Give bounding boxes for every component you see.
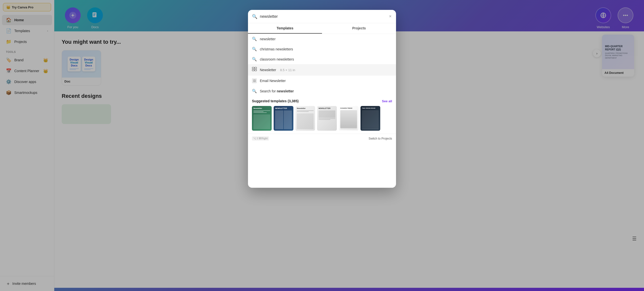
search-footer: ⌥⇧⌘Right Switch to Projects bbox=[248, 134, 396, 143]
thumb-label-6: THE CROSS ROAD bbox=[362, 107, 379, 109]
email-newsletter-icon: 🖼 bbox=[252, 78, 257, 83]
thumb-inner-1: Newsletter bbox=[252, 106, 272, 131]
thumb-line bbox=[254, 111, 264, 112]
suggestion-text-3: classroom newsletters bbox=[260, 57, 294, 61]
tab-templates[interactable]: Templates bbox=[248, 23, 322, 34]
suggestion-email-newsletter[interactable]: 🖼 Email Newsletter bbox=[248, 76, 396, 86]
template-thumb-2[interactable]: NEWSLETTER bbox=[274, 106, 294, 131]
template-thumb-4[interactable]: NEWSLETTER bbox=[317, 106, 337, 131]
thumb-lines-3 bbox=[297, 110, 314, 112]
suggested-title-text: Suggested templates bbox=[252, 99, 287, 103]
suggested-templates-title: Suggested templates (3,385) bbox=[252, 99, 298, 103]
search-box: 🔍 × Templates Projects 🔍 newsletter 🔍 ch… bbox=[248, 10, 396, 188]
thumb-inner-2: NEWSLETTER bbox=[274, 106, 294, 131]
search-clear-button[interactable]: × bbox=[388, 13, 392, 20]
suggestion-search-newsletter[interactable]: 🔍 Search for newsletter bbox=[248, 86, 396, 96]
suggestion-text-4: Newsletter bbox=[260, 68, 276, 72]
search-overlay: 🔍 × Templates Projects 🔍 newsletter 🔍 ch… bbox=[0, 0, 644, 291]
newsletter-grid-icon bbox=[252, 67, 257, 72]
img-icon: 🖼 bbox=[252, 78, 257, 83]
thumb-inner-3: Newsletter bbox=[295, 106, 315, 131]
shortcut-key: ⌥⇧⌘Right bbox=[252, 136, 269, 141]
search-header: 🔍 × bbox=[248, 10, 396, 23]
thumb-label-1: Newsletter bbox=[254, 107, 270, 109]
newsletter-type-icon bbox=[252, 67, 257, 73]
see-all-button[interactable]: See all bbox=[382, 99, 392, 103]
suggestion-christmas-newsletters[interactable]: 🔍 christmas newsletters bbox=[248, 44, 396, 54]
suggestion-text-1: newsletter bbox=[260, 37, 276, 41]
svg-rect-15 bbox=[255, 69, 256, 71]
thumb-label-2: NEWSLETTER bbox=[275, 107, 292, 109]
thumb-inner-4: NEWSLETTER bbox=[317, 106, 337, 131]
suggested-count-value: 3,385 bbox=[289, 99, 297, 103]
thumb-line-dark bbox=[297, 110, 314, 111]
search-input[interactable] bbox=[260, 14, 386, 19]
svg-rect-13 bbox=[255, 67, 256, 69]
keyboard-shortcut: ⌥⇧⌘Right bbox=[252, 136, 269, 141]
thumb-line-dark bbox=[297, 111, 309, 112]
template-thumbs: Newsletter NEWSLETTER bbox=[248, 105, 396, 134]
thumb-label-4: NEWSLETTER bbox=[318, 107, 335, 109]
switch-to-projects-link[interactable]: Switch to Projects bbox=[369, 137, 392, 140]
suggestion-text-5: Email Newsletter bbox=[260, 79, 286, 83]
template-thumb-3[interactable]: Newsletter bbox=[295, 106, 315, 131]
tab-projects[interactable]: Projects bbox=[322, 23, 396, 34]
suggestion-search-for-label: Search for newsletter bbox=[260, 89, 294, 93]
template-thumb-1[interactable]: Newsletter bbox=[252, 106, 272, 131]
thumb-inner-6: THE CROSS ROAD bbox=[360, 106, 380, 131]
suggestion-newsletter-type[interactable]: Newsletter 8.5 × 11 in bbox=[248, 64, 396, 76]
search-tabs: Templates Projects bbox=[248, 23, 396, 34]
search-icon: 🔍 bbox=[252, 14, 257, 19]
suggestion-size-4: 8.5 × 11 in bbox=[280, 68, 295, 72]
suggested-templates-header: Suggested templates (3,385) See all bbox=[248, 96, 396, 105]
svg-rect-12 bbox=[252, 67, 254, 69]
suggestion-text-2: christmas newsletters bbox=[260, 47, 293, 51]
thumb-label-5: FASHION TREND bbox=[340, 107, 357, 109]
suggestion-classroom-newsletters[interactable]: 🔍 classroom newsletters bbox=[248, 54, 396, 64]
search-for-icon: 🔍 bbox=[252, 89, 257, 93]
thumb-label-3: Newsletter bbox=[297, 107, 314, 109]
template-thumb-6[interactable]: THE CROSS ROAD bbox=[360, 106, 380, 131]
thumb-lines-1 bbox=[254, 110, 270, 113]
suggestion-newsletter[interactable]: 🔍 newsletter bbox=[248, 34, 396, 44]
template-thumb-5[interactable]: FASHION TREND bbox=[339, 106, 358, 131]
svg-rect-14 bbox=[252, 69, 254, 71]
search-suggestion-icon-1: 🔍 bbox=[252, 37, 257, 41]
search-suggestion-icon-2: 🔍 bbox=[252, 47, 257, 51]
search-suggestion-icon-3: 🔍 bbox=[252, 57, 257, 62]
thumb-line bbox=[254, 112, 267, 113]
thumb-line bbox=[254, 110, 270, 111]
thumb-inner-5: FASHION TREND bbox=[339, 106, 358, 131]
